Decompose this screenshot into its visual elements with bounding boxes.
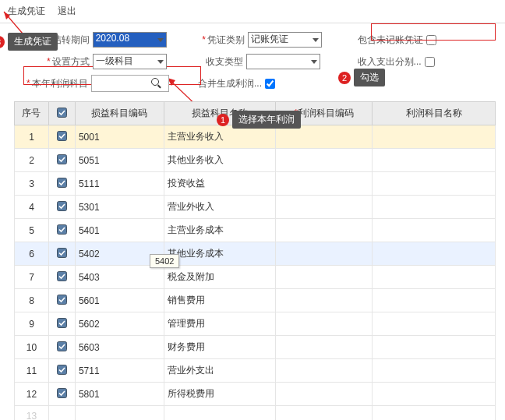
exit-menu[interactable]: 退出 <box>58 5 76 18</box>
cell-code: 5601 <box>75 289 164 312</box>
cell-name: 所得税费用 <box>164 383 276 406</box>
cell-pcode[interactable] <box>276 289 373 312</box>
cell-code: 5301 <box>75 196 164 219</box>
cell-name: 管理费用 <box>164 312 276 336</box>
cell-num: 11 <box>15 359 49 383</box>
cell-pname <box>373 266 496 289</box>
cell-pcode[interactable] <box>276 172 373 196</box>
svg-rect-10 <box>57 248 66 257</box>
row-checkbox[interactable] <box>48 219 75 242</box>
profit-subject-label: 本年利润科目 <box>32 77 88 90</box>
cell-pname <box>373 172 496 196</box>
row-checkbox[interactable] <box>48 196 75 219</box>
table-row[interactable]: 45301营业外收入 <box>15 196 496 219</box>
svg-rect-12 <box>57 295 66 304</box>
row-checkbox[interactable] <box>48 266 75 289</box>
cell-pcode[interactable] <box>276 312 373 336</box>
profit-subject-input[interactable] <box>92 76 150 90</box>
doc-type-select[interactable]: 记账凭证 <box>248 32 322 48</box>
income-split-label: 收入支出分别... <box>358 55 422 69</box>
svg-rect-9 <box>57 224 66 234</box>
svg-rect-13 <box>57 318 66 327</box>
table-row-empty: 13 <box>15 406 496 421</box>
table-row[interactable]: 75403税金及附加 <box>15 266 496 289</box>
cell-pname <box>373 242 496 266</box>
svg-rect-5 <box>57 131 66 140</box>
row-checkbox[interactable] <box>48 336 75 359</box>
th-name: 损益科目名称 <box>164 102 276 125</box>
row-checkbox[interactable] <box>48 242 75 266</box>
table-row[interactable]: 95602管理费用 <box>15 312 496 336</box>
cell-name: 税金及附加 <box>164 266 276 289</box>
period-label: 结转期间 <box>52 34 90 47</box>
cell-num: 10 <box>15 336 49 359</box>
cell-pname <box>373 383 496 406</box>
table-row[interactable]: 55401主营业务成本 <box>15 219 496 242</box>
cell-pcode[interactable] <box>276 336 373 359</box>
cell-num: 3 <box>15 172 49 196</box>
cell-name: 营业外支出 <box>164 359 276 383</box>
cell-pname <box>373 336 496 359</box>
cell-pname <box>373 125 496 149</box>
setup-label: 设置方式 <box>52 55 90 69</box>
row-checkbox[interactable] <box>48 312 75 336</box>
search-icon[interactable] <box>150 77 163 90</box>
merge-checkbox[interactable] <box>265 79 275 89</box>
cell-pcode[interactable] <box>276 196 373 219</box>
th-pname: 利润科目名称 <box>373 102 496 125</box>
cell-code: 5403 <box>75 266 164 289</box>
cell-num: 5 <box>15 219 49 242</box>
svg-rect-6 <box>57 154 66 164</box>
table-row[interactable]: 85601销售费用 <box>15 289 496 312</box>
cell-code: 5602 <box>75 312 164 336</box>
row-checkbox[interactable] <box>48 359 75 383</box>
svg-rect-4 <box>57 108 66 117</box>
cell-pname <box>373 219 496 242</box>
cell-pcode[interactable] <box>276 359 373 383</box>
cell-num: 8 <box>15 289 49 312</box>
cell-num: 4 <box>15 196 49 219</box>
cell-num: 2 <box>15 149 49 172</box>
period-select[interactable]: 2020.08 <box>93 32 167 48</box>
income-type-label: 收支类型 <box>206 55 243 69</box>
cell-name: 其他业务成本 <box>164 242 276 266</box>
row-checkbox[interactable] <box>48 383 75 406</box>
cell-pcode[interactable] <box>276 219 373 242</box>
th-pcode: *利润科目编码 <box>276 102 373 125</box>
cell-pcode[interactable] <box>276 125 373 149</box>
income-split-checkbox[interactable] <box>425 57 435 67</box>
row-checkbox[interactable] <box>48 289 75 312</box>
row-checkbox[interactable] <box>48 149 75 172</box>
cell-code: 5603 <box>75 336 164 359</box>
cell-pname <box>373 196 496 219</box>
cell-pname <box>373 359 496 383</box>
cell-pcode[interactable] <box>276 149 373 172</box>
setup-select[interactable]: 一级科目 <box>93 54 167 69</box>
table-row[interactable]: 65402其他业务成本 <box>15 242 496 266</box>
income-type-select[interactable] <box>246 54 320 69</box>
table-row[interactable]: 15001主营业务收入 <box>15 125 496 149</box>
include-unposted-checkbox[interactable] <box>426 35 436 45</box>
row-checkbox[interactable] <box>48 125 75 149</box>
subjects-table: 序号 损益科目编码 损益科目名称 *利润科目编码 利润科目名称 15001主营业… <box>14 101 496 420</box>
cell-pcode[interactable] <box>276 266 373 289</box>
table-row[interactable]: 115711营业外支出 <box>15 359 496 383</box>
table-row[interactable]: 125801所得税费用 <box>15 383 496 406</box>
cell-num: 6 <box>15 242 49 266</box>
th-check[interactable] <box>48 102 75 125</box>
cell-code: 5801 <box>75 383 164 406</box>
generate-voucher-menu[interactable]: 生成凭证 <box>8 5 45 18</box>
cell-code: 5711 <box>75 359 164 383</box>
table-row[interactable]: 105603财务费用 <box>15 336 496 359</box>
merge-label: 合并生成利润... <box>198 77 262 90</box>
table-row[interactable]: 25051其他业务收入 <box>15 149 496 172</box>
row-checkbox[interactable] <box>48 172 75 196</box>
cell-pcode[interactable] <box>276 383 373 406</box>
cell-num: 1 <box>15 125 49 149</box>
cell-pcode[interactable] <box>276 242 373 266</box>
cell-num: 9 <box>15 312 49 336</box>
table-row[interactable]: 35111投资收益 <box>15 172 496 196</box>
th-code: 损益科目编码 <box>75 102 164 125</box>
svg-rect-14 <box>57 341 66 351</box>
cell-name: 其他业务收入 <box>164 149 276 172</box>
